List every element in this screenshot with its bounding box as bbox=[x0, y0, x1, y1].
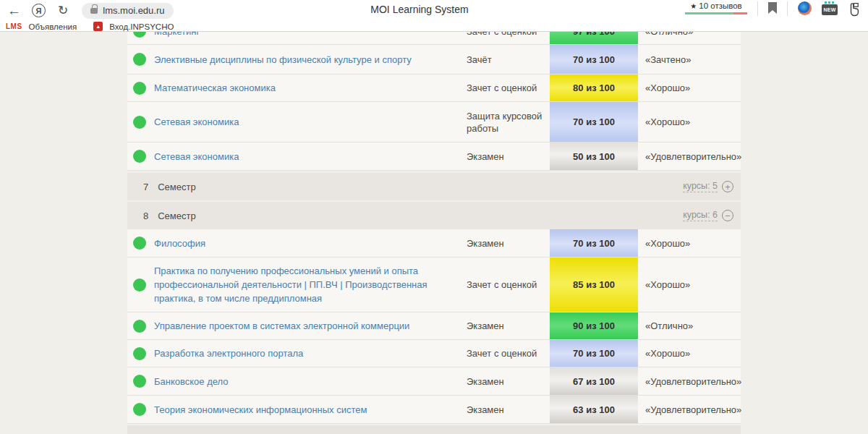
table-row: Управление проектом в системах электронн… bbox=[127, 312, 741, 340]
exam-type: Экзамен bbox=[467, 320, 550, 332]
bookmark-flag-icon[interactable] bbox=[768, 2, 777, 14]
course-link[interactable]: Сетевая экономика bbox=[154, 115, 467, 129]
lms-favicon[interactable]: LMS bbox=[6, 22, 22, 30]
status-marker-cell bbox=[127, 278, 154, 292]
green-dot-icon bbox=[133, 237, 146, 250]
semester-header-8: 8 Семестр курсы: 6 − bbox=[127, 202, 741, 229]
table-row: Математическая экономика Зачет с оценкой… bbox=[127, 75, 741, 102]
green-dot-icon bbox=[133, 116, 146, 129]
course-link[interactable]: Разработка электронного портала bbox=[154, 346, 467, 360]
grade-cell: «Хорошо» bbox=[638, 238, 741, 249]
bookmark-announcements[interactable]: Объявления bbox=[29, 22, 77, 31]
course-link[interactable]: Теория экономических информационных сист… bbox=[154, 403, 467, 417]
grade-cell: «Хорошо» bbox=[638, 116, 741, 127]
reviews-label: ★10 отзывов bbox=[690, 1, 741, 10]
semester-label: Семестр bbox=[158, 210, 195, 221]
table-row: Банковское дело Экзамен 67 из 100 «Удовл… bbox=[127, 367, 741, 396]
green-dot-icon bbox=[133, 278, 146, 292]
university-favicon[interactable]: ▲ bbox=[93, 22, 103, 31]
status-marker-cell bbox=[127, 375, 154, 388]
divider bbox=[757, 1, 758, 16]
grade-cell: «Отлично» bbox=[638, 320, 741, 331]
score-cell: 67 из 100 bbox=[550, 367, 638, 395]
status-marker-cell bbox=[127, 347, 154, 360]
course-link[interactable]: Философия bbox=[154, 237, 467, 250]
grade-cell: «Удовлетворительно» bbox=[638, 376, 741, 387]
url-field[interactable]: lms.moi.edu.ru bbox=[82, 3, 173, 19]
expand-plus-icon[interactable]: + bbox=[722, 181, 733, 192]
green-dot-icon bbox=[133, 32, 146, 38]
table-row: Практика по получению профессиональных у… bbox=[127, 258, 741, 312]
status-marker-cell bbox=[127, 116, 154, 129]
course-link[interactable]: Банковское дело bbox=[154, 375, 467, 388]
table-row: Философия Экзамен 70 из 100 «Хорошо» bbox=[127, 229, 741, 258]
address-bar: ← Я ↻ lms.moi.edu.ru MOI Learning System… bbox=[0, 0, 868, 21]
address-bar-actions: ★10 отзывов NEW bbox=[685, 0, 861, 21]
course-link[interactable]: Практика по получению профессиональных у… bbox=[154, 264, 467, 305]
status-marker-cell bbox=[127, 320, 154, 333]
table-row: Сетевая экономика Защита курсовой работы… bbox=[127, 102, 741, 142]
table-row: Разработка электронного портала Зачет с … bbox=[127, 340, 741, 367]
grade-cell: «Зачтено» bbox=[638, 54, 741, 65]
table-row: Сетевая экономика Экзамен 50 из 100 «Удо… bbox=[127, 142, 741, 171]
score-cell: 70 из 100 bbox=[550, 102, 638, 142]
semester-number: 7 bbox=[143, 182, 148, 192]
new-badge-icon[interactable]: NEW bbox=[822, 4, 838, 15]
rating-bar bbox=[685, 12, 747, 14]
grade-cell: «Отлично» bbox=[638, 32, 741, 37]
grade-cell: «Хорошо» bbox=[638, 279, 741, 290]
bookmarks-bar: LMS Объявления ▲ Вход.INPSYCHO bbox=[0, 21, 868, 32]
grade-cell: «Удовлетворительно» bbox=[638, 404, 741, 415]
exam-type: Экзамен bbox=[467, 150, 550, 163]
grade-cell: «Хорошо» bbox=[638, 348, 741, 359]
green-dot-icon bbox=[133, 53, 146, 66]
refresh-icon[interactable]: ↻ bbox=[58, 4, 68, 18]
exam-type: Зачет с оценкой bbox=[467, 32, 550, 38]
exam-type: Экзамен bbox=[467, 404, 550, 416]
score-cell: 70 из 100 bbox=[550, 340, 638, 367]
table-row: Теория экономических информационных сист… bbox=[127, 396, 741, 424]
green-dot-icon bbox=[133, 347, 146, 360]
collapse-minus-icon[interactable]: − bbox=[722, 210, 733, 221]
status-marker-cell bbox=[127, 82, 154, 95]
score-cell: 85 из 100 bbox=[550, 258, 638, 312]
bookmark-login[interactable]: Вход.INPSYCHO bbox=[109, 22, 174, 31]
courses-count-link[interactable]: курсы: 6 bbox=[683, 210, 718, 221]
reviews-rating[interactable]: ★10 отзывов bbox=[685, 1, 747, 14]
green-dot-icon bbox=[133, 150, 146, 163]
exam-type: Зачет с оценкой bbox=[467, 347, 550, 359]
score-cell: 70 из 100 bbox=[550, 45, 638, 74]
profile-icon[interactable]: Я bbox=[32, 4, 46, 17]
semester-header-7: 7 Семестр курсы: 5 + bbox=[127, 173, 741, 200]
course-link[interactable]: Управление проектом в системах электронн… bbox=[154, 319, 467, 333]
course-link[interactable]: Элективные дисциплины по физической куль… bbox=[154, 53, 467, 67]
page-content: Маркетинг Зачет с оценкой 97 из 100 «Отл… bbox=[0, 32, 868, 434]
grade-cell: «Удовлетворительно» bbox=[638, 151, 741, 162]
course-link[interactable]: Сетевая экономика bbox=[154, 150, 467, 163]
extension-icon[interactable] bbox=[798, 1, 812, 15]
collections-hand-icon[interactable] bbox=[848, 2, 861, 20]
lock-icon bbox=[90, 8, 98, 14]
browser-chrome: ← Я ↻ lms.moi.edu.ru MOI Learning System… bbox=[0, 0, 868, 32]
course-link[interactable]: Маркетинг bbox=[154, 32, 467, 38]
courses-count-link[interactable]: курсы: 5 bbox=[683, 181, 718, 192]
score-cell: 80 из 100 bbox=[550, 75, 638, 101]
green-dot-icon bbox=[133, 320, 146, 333]
exam-type: Защита курсовой работы bbox=[467, 110, 550, 135]
divider bbox=[787, 1, 788, 16]
score-cell: 97 из 100 bbox=[550, 32, 638, 45]
table-row: Маркетинг Зачет с оценкой 97 из 100 «Отл… bbox=[127, 32, 741, 45]
back-icon[interactable]: ← bbox=[7, 4, 21, 18]
semester-label: Семестр bbox=[158, 182, 195, 192]
semester-number: 8 bbox=[143, 210, 148, 221]
course-link[interactable]: Математическая экономика bbox=[154, 81, 467, 95]
url-text[interactable]: lms.moi.edu.ru bbox=[103, 5, 164, 16]
green-dot-icon bbox=[133, 403, 146, 416]
exam-type: Зачёт bbox=[467, 54, 550, 66]
status-marker-cell bbox=[127, 32, 154, 38]
next-semester-header-clipped bbox=[127, 425, 741, 434]
star-icon: ★ bbox=[690, 2, 697, 10]
status-marker-cell bbox=[127, 53, 154, 66]
status-marker-cell bbox=[127, 237, 154, 250]
status-marker-cell bbox=[127, 150, 154, 163]
